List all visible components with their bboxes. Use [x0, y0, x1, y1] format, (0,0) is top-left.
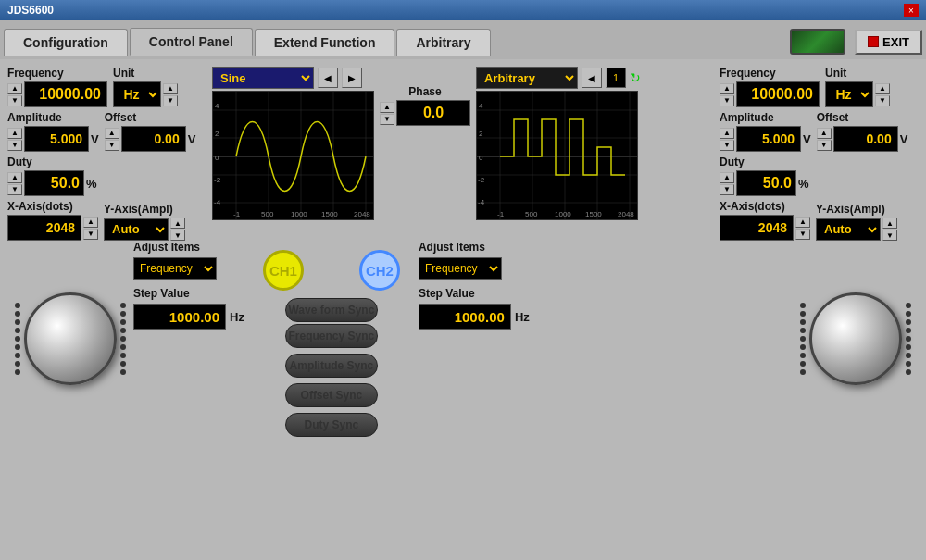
ch2-unit-select[interactable]: Hz KHz MHz [825, 81, 873, 107]
ch1-offset-down[interactable]: ▼ [105, 140, 119, 151]
ch2-knob-dots-right [906, 303, 911, 375]
tab-arbitrary[interactable]: Arbitrary [396, 29, 490, 56]
dot [906, 344, 911, 350]
ch2-amp-up[interactable]: ▲ [720, 128, 734, 139]
ch1-yaxis-down[interactable]: ▼ [170, 230, 185, 241]
ch1-yaxis-select[interactable]: Auto [104, 218, 169, 241]
svg-text:-4: -4 [214, 198, 221, 206]
ch2-unit-up[interactable]: ▲ [875, 83, 890, 94]
ch2-xaxis-down[interactable]: ▼ [795, 229, 810, 240]
main-container: Configuration Control Panel Extend Funct… [0, 20, 926, 560]
offset-sync-btn[interactable]: Offset Sync [285, 383, 378, 407]
ch1-unit-spinbtn[interactable]: ▲ ▼ [163, 83, 178, 106]
ch2-badge-label: CH2 [366, 263, 394, 279]
waveform-row: Sine Square Triangle ◀ ▶ [212, 67, 714, 220]
ch2-offset-spinbtn[interactable]: ▲ ▼ [817, 128, 832, 151]
ch1-yaxis-spinbtn[interactable]: ▲ ▼ [170, 218, 185, 241]
ch1-knob[interactable] [24, 292, 117, 385]
ch1-unit-up[interactable]: ▲ [163, 83, 178, 94]
duty-sync-label: Duty Sync [305, 418, 359, 431]
ch2-amp-spinbtn[interactable]: ▲ ▼ [720, 128, 734, 151]
duty-sync-btn[interactable]: Duty Sync [285, 413, 378, 437]
ch1-knob-dots-left [15, 303, 20, 375]
ch2-duty-spinbtn[interactable]: ▲ ▼ [720, 172, 734, 195]
ch1-adjust-select[interactable]: Frequency [133, 257, 217, 280]
ch2-wave-select[interactable]: Arbitrary [476, 67, 578, 89]
ch1-duty-up[interactable]: ▲ [7, 172, 22, 183]
ch1-amp-down[interactable]: ▼ [7, 140, 22, 151]
dot [120, 328, 126, 333]
ch1-duty-down[interactable]: ▼ [7, 184, 22, 195]
ch2-yaxis-select[interactable]: Auto [816, 218, 881, 241]
svg-text:-1: -1 [497, 210, 505, 218]
exit-red-square [868, 36, 879, 47]
ch2-offset-up[interactable]: ▲ [817, 128, 832, 139]
ch2-xaxis-display: 2048 [720, 215, 794, 241]
waveform-sync-btn[interactable]: Wave form Sync [285, 298, 378, 322]
ch1-frequency-row: Frequency ▲ ▼ 10000.00 Unit [7, 67, 206, 107]
ch2-duty-up[interactable]: ▲ [720, 172, 734, 183]
ch2-freq-up[interactable]: ▲ [720, 83, 734, 94]
ch2-yaxis-up[interactable]: ▲ [882, 218, 897, 229]
ch1-wave-select[interactable]: Sine Square Triangle [212, 67, 314, 89]
ch1-duty-spinbtn[interactable]: ▲ ▼ [7, 172, 22, 195]
ch1-yaxis-spinner: Auto ▲ ▼ [104, 218, 185, 241]
ch1-xaxis-down[interactable]: ▼ [83, 229, 98, 240]
ch1-unit-down[interactable]: ▼ [163, 95, 178, 106]
ch2-badge[interactable]: CH2 [359, 250, 400, 291]
svg-text:-1: -1 [233, 210, 241, 218]
phase-up[interactable]: ▲ [380, 102, 394, 113]
close-button[interactable]: × [904, 4, 919, 17]
ch2-offset-down[interactable]: ▼ [817, 140, 832, 151]
ch2-yaxis-down[interactable]: ▼ [882, 230, 897, 241]
ch2-duty-down[interactable]: ▼ [720, 184, 734, 195]
ch1-offset-spinner: ▲ ▼ 0.00 V [105, 126, 196, 152]
exit-button[interactable]: EXIT [855, 30, 922, 55]
tab-configuration[interactable]: Configuration [4, 29, 128, 56]
phase-down[interactable]: ▼ [380, 114, 394, 125]
ch1-xaxis-spinbtn[interactable]: ▲ ▼ [83, 217, 98, 240]
amplitude-sync-btn[interactable]: Amplitude Sync [285, 354, 378, 378]
ch1-amp-spinbtn[interactable]: ▲ ▼ [7, 128, 22, 151]
svg-text:-2: -2 [214, 176, 221, 184]
ch2-amp-down[interactable]: ▼ [720, 140, 734, 151]
ch2-knob[interactable] [809, 292, 902, 385]
ch1-freq-up[interactable]: ▲ [7, 83, 22, 94]
frequency-sync-label: Frequency Sync [289, 330, 375, 342]
ch1-freq-spinner: ▲ ▼ 10000.00 [7, 81, 107, 107]
ch1-freq-down[interactable]: ▼ [7, 95, 22, 106]
phase-spinbtn[interactable]: ▲ ▼ [380, 102, 394, 125]
ch2-step-label: Step Value [419, 287, 475, 300]
ch1-wave-prev[interactable]: ◀ [318, 68, 338, 88]
ch2-xaxis-spinbtn[interactable]: ▲ ▼ [795, 217, 810, 240]
ch2-refresh-icon[interactable]: ↻ [630, 70, 641, 85]
ch1-xaxis-up[interactable]: ▲ [83, 217, 98, 228]
ch2-unit-spinbtn[interactable]: ▲ ▼ [875, 83, 890, 106]
dot [15, 328, 20, 333]
ch1-wave-next[interactable]: ▶ [342, 68, 362, 88]
ch1-amp-up[interactable]: ▲ [7, 128, 22, 139]
ch1-yaxis-up[interactable]: ▲ [170, 218, 185, 229]
ch2-xaxis-spinner: 2048 ▲ ▼ [720, 215, 810, 241]
ch2-wave-prev[interactable]: ◀ [582, 68, 602, 88]
ch1-duty-label: Duty [7, 156, 97, 168]
ch1-offset-up[interactable]: ▲ [105, 128, 119, 139]
ch2-freq-down[interactable]: ▼ [720, 95, 734, 106]
ch1-badge[interactable]: CH1 [263, 250, 304, 291]
phase-section: Phase ▲ ▼ 0.0 [380, 85, 470, 126]
svg-text:2: 2 [215, 130, 219, 138]
ch2-yaxis-spinbtn[interactable]: ▲ ▼ [882, 218, 897, 241]
ch2-unit-down[interactable]: ▼ [875, 95, 890, 106]
ch1-freq-spinbtn[interactable]: ▲ ▼ [7, 83, 22, 106]
dot [15, 319, 20, 325]
ch2-adjust-select[interactable]: Frequency [419, 257, 502, 280]
ch2-freq-spinbtn[interactable]: ▲ ▼ [720, 83, 734, 106]
ch1-offset-spinbtn[interactable]: ▲ ▼ [105, 128, 119, 151]
ch2-xaxis-up[interactable]: ▲ [795, 217, 810, 228]
tab-control-panel[interactable]: Control Panel [130, 28, 253, 56]
ch1-unit-select[interactable]: Hz KHz MHz [113, 81, 161, 107]
ch2-amp-group: Amplitude ▲ ▼ 5.000 V [720, 111, 811, 152]
ch-controls-row: Adjust Items Frequency Step Value 1000.0… [133, 241, 793, 437]
tab-extend-function[interactable]: Extend Function [255, 29, 395, 56]
frequency-sync-btn[interactable]: Frequency Sync [285, 324, 378, 348]
